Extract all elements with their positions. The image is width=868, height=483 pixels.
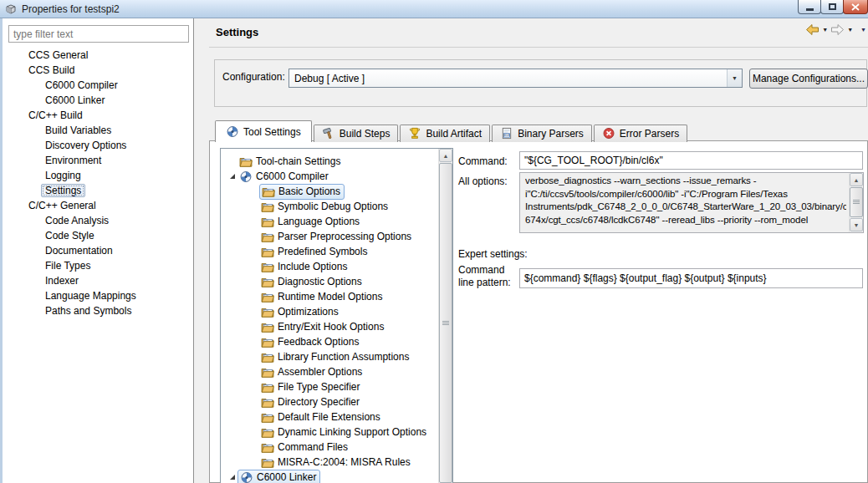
expanded-twisty-icon[interactable] bbox=[228, 473, 239, 481]
sidebar-item-c6000-linker[interactable]: C6000 Linker bbox=[3, 93, 193, 108]
sidebar-item-logging[interactable]: Logging bbox=[3, 168, 193, 183]
all-options-textarea[interactable]: verbose_diagnostics --warn_sections --is… bbox=[519, 172, 864, 233]
sidebar-item-discovery-options[interactable]: Discovery Options bbox=[3, 138, 193, 153]
sidebar-item-build-variables[interactable]: Build Variables bbox=[3, 123, 193, 138]
tool-tree-item-optimizations[interactable]: Optimizations bbox=[261, 304, 339, 319]
filter-input[interactable] bbox=[8, 25, 189, 43]
tool-tree-item-file-type-specifier[interactable]: File Type Specifier bbox=[261, 379, 360, 394]
tool-tree-item-c6000-compiler[interactable]: C6000 Compiler bbox=[228, 169, 329, 184]
sidebar-item-label: Indexer bbox=[45, 275, 79, 287]
sidebar-item-language-mappings[interactable]: Language Mappings bbox=[3, 288, 193, 303]
sidebar-item-label: C6000 Compiler bbox=[45, 79, 118, 91]
tool-tree-item-basic-options[interactable]: Basic Options bbox=[261, 184, 345, 199]
tool-tree-item-symbolic-debug-options[interactable]: Symbolic Debug Options bbox=[261, 199, 388, 214]
tab-error-parsers[interactable]: Error Parsers bbox=[594, 125, 687, 142]
combo-dropdown-icon[interactable]: ▼ bbox=[727, 69, 742, 87]
tool-tree-item-label: Command Files bbox=[278, 441, 348, 453]
tool-tree-item-directory-specifier[interactable]: Directory Specifier bbox=[261, 394, 360, 409]
folder-icon bbox=[261, 366, 274, 379]
scroll-down-icon[interactable]: ▼ bbox=[850, 218, 863, 231]
sidebar-item-ccs-general[interactable]: CCS General bbox=[3, 48, 193, 63]
folder-icon bbox=[261, 291, 274, 303]
all-options-scrollbar[interactable]: ▲ ▼ bbox=[849, 173, 863, 232]
sidebar-item-environment[interactable]: Environment bbox=[3, 153, 193, 168]
sidebar-item-settings[interactable]: Settings bbox=[3, 183, 193, 198]
close-button[interactable] bbox=[843, 0, 868, 14]
tab-binary-parsers[interactable]: 010Binary Parsers bbox=[492, 125, 592, 142]
sidebar-item-label: Build Variables bbox=[45, 125, 111, 136]
selected-item-highlight: Basic Options bbox=[259, 184, 345, 200]
tool-tree-item-c6000-linker[interactable]: C6000 Linker bbox=[228, 470, 320, 483]
tool-tree-item-diagnostic-options[interactable]: Diagnostic Options bbox=[261, 274, 362, 289]
twisty-spacer bbox=[228, 157, 239, 165]
all-options-scrollbar-thumb[interactable] bbox=[850, 187, 863, 217]
category-tree: CCS GeneralCCS BuildC6000 CompilerC6000 … bbox=[3, 48, 193, 318]
tool-tree-item-parser-preprocessing-options[interactable]: Parser Preprocessing Options bbox=[261, 229, 411, 244]
folder-icon bbox=[261, 381, 274, 394]
tool-tree-item-command-files[interactable]: Command Files bbox=[261, 440, 348, 455]
all-options-label: All options: bbox=[458, 175, 508, 187]
tab-label: Binary Parsers bbox=[518, 128, 584, 140]
sidebar-item-code-style[interactable]: Code Style bbox=[3, 228, 193, 243]
back-dropdown-icon[interactable]: ▼ bbox=[822, 27, 828, 33]
configuration-combo[interactable]: Debug [ Active ] ▼ bbox=[288, 69, 743, 88]
tool-tree-item-default-file-extensions[interactable]: Default File Extensions bbox=[261, 409, 380, 425]
tool-tree-item-dynamic-linking-support-options[interactable]: Dynamic Linking Support Options bbox=[261, 425, 426, 440]
command-line-pattern-input[interactable] bbox=[519, 268, 863, 288]
expanded-twisty-icon[interactable] bbox=[228, 172, 239, 180]
sidebar-item-label: Settings bbox=[41, 184, 85, 197]
minimize-button[interactable] bbox=[798, 0, 821, 14]
tool-tree-item-label: Assembler Options bbox=[278, 366, 362, 378]
scrollbar-grip bbox=[442, 321, 449, 326]
tool-tree-item-assembler-options[interactable]: Assembler Options bbox=[261, 364, 362, 379]
sidebar-item-label: Logging bbox=[45, 170, 81, 181]
sidebar-item-c-c-build[interactable]: C/C++ Build bbox=[3, 108, 193, 123]
tool-tree-item-feedback-options[interactable]: Feedback Options bbox=[261, 334, 359, 349]
tool-tree-item-predefined-symbols[interactable]: Predefined Symbols bbox=[261, 244, 367, 259]
maximize-button[interactable] bbox=[820, 0, 844, 14]
tab-build-steps[interactable]: Build Steps bbox=[314, 125, 399, 142]
tool-tree-item-misra-c-2004-misra-rules[interactable]: MISRA-C:2004: MISRA Rules bbox=[261, 455, 411, 470]
folder-icon bbox=[261, 456, 274, 469]
sidebar-item-c6000-compiler[interactable]: C6000 Compiler bbox=[3, 78, 193, 93]
forward-dropdown-icon[interactable]: ▼ bbox=[847, 27, 853, 33]
scroll-up-icon[interactable]: ▲ bbox=[850, 173, 863, 186]
forward-arrow-icon[interactable] bbox=[830, 23, 845, 36]
titlebar[interactable]: Properties for testspi2 bbox=[0, 0, 868, 18]
tool-tree-item-library-function-assumptions[interactable]: Library Function Assumptions bbox=[261, 349, 409, 364]
sidebar-item-ccs-build[interactable]: CCS Build bbox=[3, 63, 193, 78]
tool-tree-item-label: Dynamic Linking Support Options bbox=[278, 426, 426, 438]
sidebar-item-c-c-general[interactable]: C/C++ General bbox=[3, 198, 193, 213]
folder-icon bbox=[261, 246, 274, 258]
tool-tree-item-label: Runtime Model Options bbox=[278, 291, 382, 303]
command-label: Command: bbox=[458, 155, 508, 167]
tool-tree-item-label: Library Function Assumptions bbox=[278, 351, 409, 363]
tool-tree-item-label: Feedback Options bbox=[278, 336, 359, 348]
back-arrow-icon[interactable] bbox=[805, 23, 819, 36]
sidebar-item-file-types[interactable]: File Types bbox=[3, 258, 193, 273]
sidebar-item-documentation[interactable]: Documentation bbox=[3, 243, 193, 258]
manage-configurations-button[interactable]: Manage Configurations... bbox=[749, 69, 868, 89]
folder-icon bbox=[239, 155, 253, 168]
tool-settings-panel: C6000 LinkerMISRA-C:2004: MISRA RulesCom… bbox=[209, 140, 868, 483]
sidebar-item-paths-and-symbols[interactable]: Paths and Symbols bbox=[3, 303, 193, 318]
tab-build-artifact[interactable]: Build Artifact bbox=[400, 125, 490, 142]
tool-tree-item-runtime-model-options[interactable]: Runtime Model Options bbox=[261, 289, 382, 304]
scroll-up-icon[interactable]: ▲ bbox=[439, 149, 452, 162]
sidebar-item-indexer[interactable]: Indexer bbox=[3, 273, 193, 288]
tree-scrollbar-thumb[interactable] bbox=[439, 163, 452, 483]
tool-tree-item-entry-exit-hook-options[interactable]: Entry/Exit Hook Options bbox=[261, 319, 384, 334]
tool-tree-item-include-options[interactable]: Include Options bbox=[261, 259, 347, 274]
folder-icon bbox=[261, 426, 274, 439]
tree-scrollbar[interactable]: ▲ bbox=[438, 149, 452, 483]
tool-tree-item-tool-chain-settings[interactable]: Tool-chain Settings bbox=[228, 154, 340, 169]
tab-tool-settings[interactable]: Tool Settings bbox=[215, 120, 312, 142]
tool-tree-item-label: Include Options bbox=[278, 261, 347, 272]
command-input[interactable] bbox=[519, 151, 863, 170]
view-menu-icon[interactable]: ▼ bbox=[860, 27, 866, 33]
minimize-icon bbox=[806, 8, 814, 11]
folder-icon bbox=[261, 306, 274, 318]
tool-tree-item-language-options[interactable]: Language Options bbox=[261, 214, 360, 229]
sidebar-item-code-analysis[interactable]: Code Analysis bbox=[3, 213, 193, 228]
cube-icon bbox=[4, 3, 18, 16]
